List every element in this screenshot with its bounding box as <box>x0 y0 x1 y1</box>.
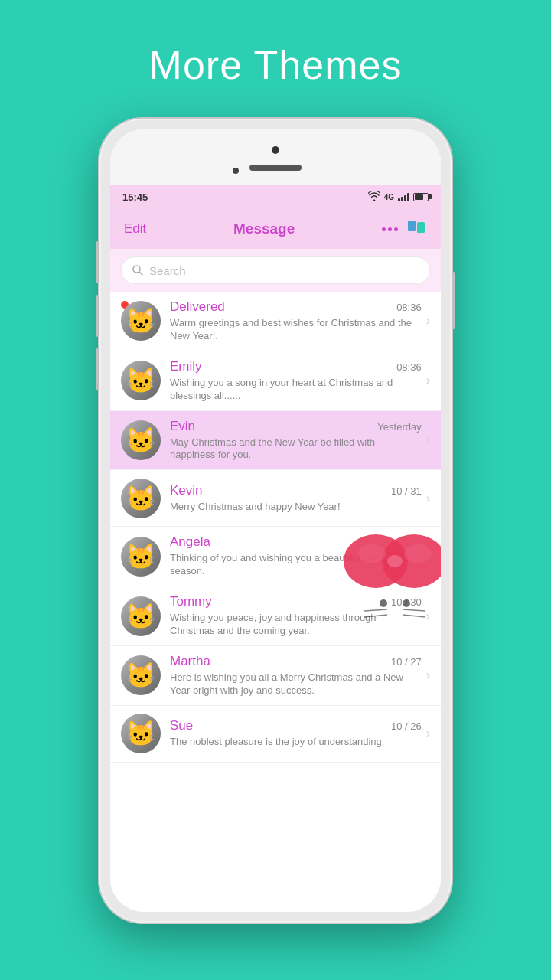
chevron-right-icon: › <box>426 374 430 387</box>
message-preview: Merry Christmas and happy New Year! <box>170 501 422 514</box>
message-item[interactable]: Sue 10 / 26 The noblest pleasure is the … <box>110 706 441 763</box>
avatar-container <box>121 537 161 577</box>
nav-title: Message <box>233 220 295 237</box>
chevron-right-icon: › <box>426 727 430 740</box>
contact-name: Sue <box>170 718 193 733</box>
avatar <box>121 714 161 753</box>
nav-more-button[interactable] <box>382 227 398 231</box>
avatar-container <box>121 596 161 636</box>
status-bar: 15:45 4G <box>110 185 441 209</box>
avatar <box>121 420 161 460</box>
search-icon <box>132 265 143 276</box>
message-header: Tommy 10 / 30 <box>170 594 422 609</box>
avatar-container <box>121 714 161 753</box>
message-item[interactable]: Delivered 08:36 Warm greetings and best … <box>110 292 441 351</box>
avatar <box>121 655 161 695</box>
phone-frame: 15:45 4G <box>99 119 452 923</box>
message-preview: Wishing you peace, joy and happiness thr… <box>170 612 422 638</box>
message-preview: Thinking of you and wishing you a beauti… <box>170 552 422 578</box>
avatar-container <box>121 655 161 695</box>
message-item[interactable]: Evin Yesterday May Christmas and the New… <box>110 411 441 471</box>
message-header: Martha 10 / 27 <box>170 654 422 669</box>
contact-name: Emily <box>170 359 202 374</box>
message-preview: Warm greetings and best wishes for Chris… <box>170 317 422 343</box>
avatar-container <box>121 361 161 400</box>
signal-bars <box>398 192 409 201</box>
wifi-icon <box>368 191 380 202</box>
message-header: Angela <box>170 534 422 550</box>
avatar-container <box>121 479 161 518</box>
search-container: Search <box>110 249 441 292</box>
avatar-container <box>121 301 161 341</box>
avatar <box>121 301 161 341</box>
chevron-right-icon: › <box>426 609 430 623</box>
message-content: Angela Thinking of you and wishing you a… <box>170 534 422 578</box>
nav-bookmark-icon[interactable] <box>406 218 427 240</box>
speaker <box>249 165 302 171</box>
message-item[interactable]: Kevin 10 / 31 Merry Christmas and happy … <box>110 470 441 527</box>
message-time: 10 / 30 <box>391 596 422 608</box>
contact-name: Kevin <box>170 483 203 498</box>
message-time: 08:36 <box>396 302 422 313</box>
message-item[interactable]: Martha 10 / 27 Here is wishing you all a… <box>110 646 441 706</box>
message-preview: Wishing you a song in your heart at Chri… <box>170 377 422 403</box>
message-time: 10 / 27 <box>391 656 422 668</box>
messages-list: Delivered 08:36 Warm greetings and best … <box>110 292 441 912</box>
nav-edit-button[interactable]: Edit <box>124 221 146 237</box>
message-preview: May Christmas and the New Year be filled… <box>170 436 422 462</box>
page-title: More Themes <box>149 42 403 88</box>
nav-right-controls <box>382 218 427 240</box>
avatar <box>121 479 161 518</box>
avatar <box>121 361 161 400</box>
chevron-right-icon: › <box>426 314 430 328</box>
nav-bar: Edit Message <box>110 209 441 249</box>
avatar-container <box>121 420 161 460</box>
contact-name: Martha <box>170 654 210 669</box>
message-header: Evin Yesterday <box>170 419 422 434</box>
message-item[interactable]: Emily 08:36 Wishing you a song in your h… <box>110 351 441 411</box>
contact-name: Tommy <box>170 594 212 609</box>
status-time: 15:45 <box>122 191 148 203</box>
contact-name: Angela <box>170 534 210 550</box>
contact-name: Delivered <box>170 299 225 315</box>
camera <box>272 146 279 154</box>
chevron-right-icon: › <box>426 433 430 447</box>
message-header: Sue 10 / 26 <box>170 718 422 733</box>
front-camera <box>233 168 239 174</box>
message-content: Kevin 10 / 31 Merry Christmas and happy … <box>170 483 422 514</box>
message-preview: Here is wishing you all a Merry Christma… <box>170 671 422 697</box>
message-time: 10 / 31 <box>391 485 422 497</box>
search-input[interactable]: Search <box>149 264 186 277</box>
message-header: Emily 08:36 <box>170 359 422 374</box>
message-content: Tommy 10 / 30 Wishing you peace, joy and… <box>170 594 422 638</box>
message-time: Yesterday <box>377 421 421 433</box>
svg-line-5 <box>139 272 142 275</box>
message-item[interactable]: Tommy 10 / 30 Wishing you peace, joy and… <box>110 586 441 646</box>
signal-text: 4G <box>384 193 394 201</box>
chevron-right-icon: › <box>426 550 430 564</box>
avatar <box>121 537 161 577</box>
contact-name: Evin <box>170 419 195 434</box>
search-bar[interactable]: Search <box>121 256 430 284</box>
phone-top-bar <box>110 129 441 185</box>
message-preview: The noblest pleasure is the joy of under… <box>170 736 422 749</box>
phone-inner: 15:45 4G <box>110 129 441 912</box>
message-content: Sue 10 / 26 The noblest pleasure is the … <box>170 718 422 749</box>
message-content: Delivered 08:36 Warm greetings and best … <box>170 299 422 343</box>
message-time: 08:36 <box>396 361 422 373</box>
message-header: Delivered 08:36 <box>170 299 422 315</box>
avatar <box>121 596 161 636</box>
message-item[interactable]: Angela Thinking of you and wishing you a… <box>110 527 441 586</box>
chevron-right-icon: › <box>426 668 430 682</box>
status-icons: 4G <box>368 191 429 202</box>
message-content: Martha 10 / 27 Here is wishing you all a… <box>170 654 422 697</box>
battery-icon <box>413 193 429 201</box>
chevron-right-icon: › <box>426 492 430 505</box>
message-content: Evin Yesterday May Christmas and the New… <box>170 419 422 462</box>
message-header: Kevin 10 / 31 <box>170 483 422 498</box>
message-time: 10 / 26 <box>391 720 422 732</box>
message-content: Emily 08:36 Wishing you a song in your h… <box>170 359 422 403</box>
